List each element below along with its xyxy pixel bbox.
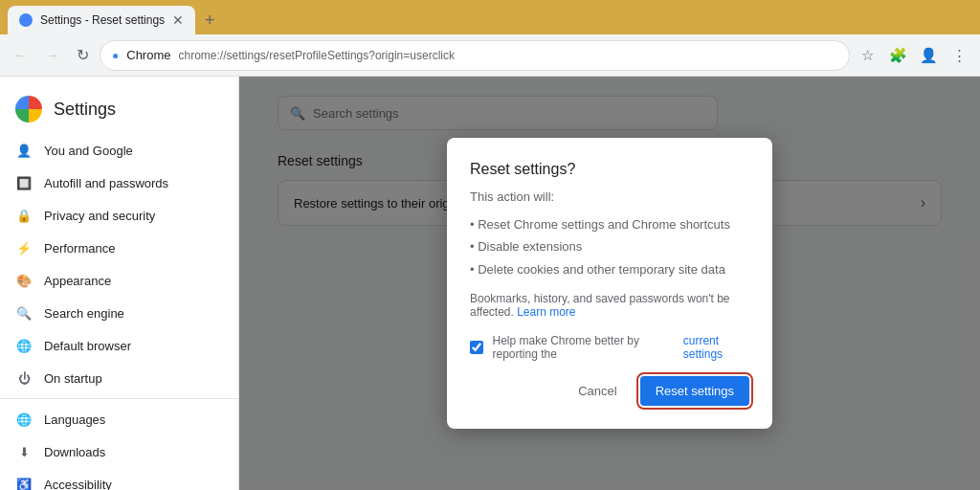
bookmark-button[interactable]: ☆ <box>854 42 880 69</box>
you-and-google-icon: 👤 <box>15 142 33 159</box>
browser-controls: ← → ↻ ● Chrome chrome://settings/resetPr… <box>0 34 980 77</box>
languages-icon: 🌐 <box>15 411 33 428</box>
performance-icon: ⚡ <box>15 239 33 256</box>
modal-effect-1: • Reset Chrome settings and Chrome short… <box>470 213 749 235</box>
modal-effect-2: • Disable extensions <box>470 235 749 257</box>
address-protocol: Chrome <box>126 48 170 62</box>
sidebar-label-default-browser: Default browser <box>44 339 131 353</box>
learn-more-link[interactable]: Learn more <box>517 305 575 319</box>
sidebar-label-downloads: Downloads <box>44 445 105 459</box>
modal-actions: Cancel Reset settings <box>470 376 749 406</box>
extensions-button[interactable]: 🧩 <box>884 42 911 69</box>
privacy-icon: 🔒 <box>15 207 33 224</box>
sidebar-item-accessibility[interactable]: ♿ Accessibility <box>0 468 231 490</box>
main-content: 🔍 Reset settings Restore settings to the… <box>239 77 980 490</box>
sidebar-label-search-engine: Search engine <box>44 306 124 321</box>
sidebar-item-appearance[interactable]: 🎨 Appearance <box>0 264 231 297</box>
sidebar-item-performance[interactable]: ⚡ Performance <box>0 232 231 264</box>
sidebar-item-you-and-google[interactable]: 👤 You and Google <box>0 134 231 167</box>
current-settings-link[interactable]: current settings <box>683 334 749 361</box>
modal-title: Reset settings? <box>470 161 749 178</box>
sidebar-item-languages[interactable]: 🌐 Languages <box>0 403 231 435</box>
browser-body: Settings 👤 You and Google 🔲 Autofill and… <box>0 77 980 490</box>
sidebar-header: Settings <box>0 84 238 134</box>
appearance-icon: 🎨 <box>15 272 33 289</box>
sidebar-label-autofill: Autofill and passwords <box>44 176 168 190</box>
on-startup-icon: ⏻ <box>15 369 33 387</box>
new-tab-button[interactable]: + <box>197 6 223 34</box>
modal-note-text: Bookmarks, history, and saved passwords … <box>470 292 730 319</box>
sidebar-label-languages: Languages <box>44 412 105 427</box>
sidebar-label-privacy: Privacy and security <box>44 209 155 223</box>
sidebar-item-on-startup[interactable]: ⏻ On startup <box>0 362 231 394</box>
sidebar-item-search-engine[interactable]: 🔍 Search engine <box>0 297 231 329</box>
browser-window: Settings - Reset settings ✕ + ← → ↻ ● Ch… <box>0 0 980 490</box>
chrome-icon: ● <box>112 49 119 62</box>
sidebar-item-privacy[interactable]: 🔒 Privacy and security <box>0 199 231 232</box>
profile-button[interactable]: 👤 <box>915 42 942 69</box>
sidebar-label-on-startup: On startup <box>44 371 102 386</box>
tab-close-button[interactable]: ✕ <box>172 12 184 28</box>
sidebar-label-accessibility: Accessibility <box>44 478 112 491</box>
modal-subtitle: This action will: <box>470 189 749 204</box>
reload-button[interactable]: ↻ <box>69 42 96 69</box>
reporting-checkbox[interactable] <box>470 340 483 355</box>
tab-title: Settings - Reset settings <box>40 13 165 27</box>
sidebar-divider <box>0 398 238 399</box>
tab-favicon <box>19 13 33 27</box>
default-browser-icon: 🌐 <box>15 337 33 354</box>
sidebar-item-downloads[interactable]: ⬇ Downloads <box>0 435 231 468</box>
sidebar-title: Settings <box>54 100 116 120</box>
modal-overlay: Reset settings? This action will: • Rese… <box>239 77 980 490</box>
forward-button[interactable]: → <box>38 42 65 69</box>
sidebar-label-performance: Performance <box>44 241 115 256</box>
downloads-icon: ⬇ <box>15 443 33 460</box>
sidebar-label-you-and-google: You and Google <box>44 144 133 158</box>
sidebar-item-default-browser[interactable]: 🌐 Default browser <box>0 329 231 362</box>
reset-settings-button[interactable]: Reset settings <box>640 376 749 406</box>
toolbar-actions: ☆ 🧩 👤 ⋮ <box>854 42 972 69</box>
address-url: chrome://settings/resetProfileSettings?o… <box>179 49 455 62</box>
tab-bar: Settings - Reset settings ✕ + <box>0 0 980 34</box>
sidebar-label-appearance: Appearance <box>44 274 111 288</box>
address-bar[interactable]: ● Chrome chrome://settings/resetProfileS… <box>100 40 850 71</box>
sidebar: Settings 👤 You and Google 🔲 Autofill and… <box>0 77 239 490</box>
reset-settings-modal: Reset settings? This action will: • Rese… <box>447 138 772 429</box>
back-button[interactable]: ← <box>8 42 34 69</box>
chrome-logo <box>15 96 42 122</box>
menu-button[interactable]: ⋮ <box>946 42 972 69</box>
modal-effects-list: • Reset Chrome settings and Chrome short… <box>470 213 749 280</box>
active-tab[interactable]: Settings - Reset settings ✕ <box>8 6 195 34</box>
autofill-icon: 🔲 <box>15 174 33 191</box>
sidebar-item-autofill[interactable]: 🔲 Autofill and passwords <box>0 167 231 199</box>
modal-checkbox-row: Help make Chrome better by reporting the… <box>470 334 749 361</box>
checkbox-label-text: Help make Chrome better by reporting the <box>493 334 674 361</box>
modal-effect-3: • Delete cookies and other temporary sit… <box>470 258 749 280</box>
search-engine-icon: 🔍 <box>15 304 33 322</box>
cancel-button[interactable]: Cancel <box>563 376 632 406</box>
modal-note: Bookmarks, history, and saved passwords … <box>470 292 749 319</box>
accessibility-icon: ♿ <box>15 476 33 490</box>
